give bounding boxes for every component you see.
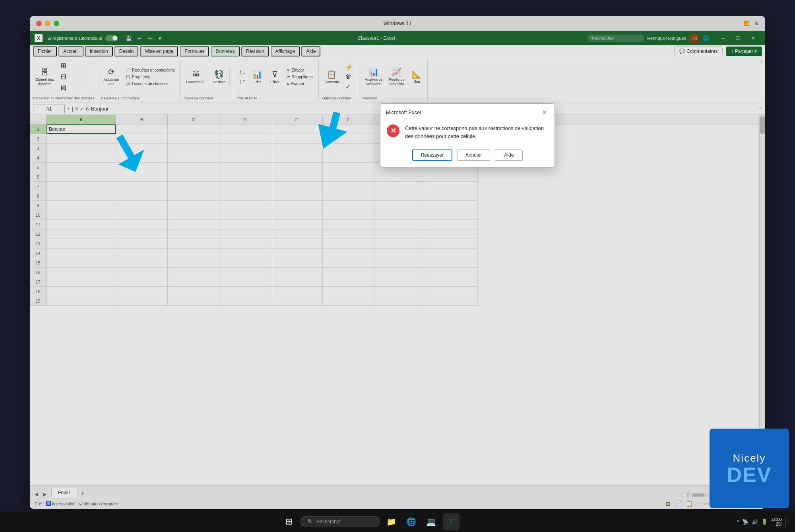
ribbon-btn-donnees-b[interactable]: 🏛 Données b... bbox=[184, 68, 209, 85]
col-header-e[interactable]: E bbox=[271, 115, 323, 124]
cell-e6[interactable] bbox=[271, 172, 323, 182]
cell-c18[interactable] bbox=[168, 287, 219, 296]
taskbar-excel-button[interactable]: X bbox=[443, 513, 460, 530]
cell-b9[interactable] bbox=[116, 201, 168, 210]
ribbon-btn-convertir[interactable]: 📋 Convertir bbox=[322, 68, 341, 85]
mac-maximize-button[interactable] bbox=[54, 21, 59, 26]
cell-d16[interactable] bbox=[219, 268, 271, 277]
cell-f13[interactable] bbox=[323, 239, 374, 249]
tab-nav-prev[interactable]: ◀ bbox=[33, 491, 40, 498]
cell-h16[interactable] bbox=[426, 268, 478, 277]
cell-a11[interactable] bbox=[47, 220, 116, 229]
cell-e13[interactable] bbox=[271, 239, 323, 249]
cell-d14[interactable] bbox=[219, 249, 271, 258]
cell-f2[interactable] bbox=[323, 134, 374, 144]
cell-e19[interactable] bbox=[271, 296, 323, 306]
cell-g16[interactable] bbox=[374, 268, 426, 277]
cell-f8[interactable] bbox=[323, 191, 374, 201]
restore-window-button[interactable]: ❐ bbox=[731, 32, 745, 44]
cell-f9[interactable] bbox=[323, 201, 374, 210]
cell-c9[interactable] bbox=[168, 201, 219, 210]
ribbon-btn-filtrer[interactable]: ⊽ Filtrer bbox=[267, 68, 283, 85]
cell-c8[interactable] bbox=[168, 191, 219, 201]
cell-d12[interactable] bbox=[219, 229, 271, 239]
cell-f7[interactable] bbox=[323, 182, 374, 191]
cell-c1[interactable] bbox=[168, 124, 219, 134]
cell-h17[interactable] bbox=[426, 277, 478, 287]
cell-a7[interactable] bbox=[47, 182, 116, 191]
ribbon-btn-reappliquer[interactable]: ⟳ Réappliquer bbox=[284, 74, 315, 80]
cell-b1[interactable] bbox=[116, 124, 168, 134]
cell-a2[interactable] bbox=[47, 134, 116, 144]
menu-mise-en-page[interactable]: Mise en page bbox=[140, 46, 178, 56]
cell-e4[interactable] bbox=[271, 153, 323, 163]
tab-more-icon[interactable]: ⋮ bbox=[680, 493, 684, 498]
ribbon-btn-devises[interactable]: 💱 Devises bbox=[210, 68, 228, 85]
mac-close-button[interactable] bbox=[36, 21, 42, 26]
cell-e10[interactable] bbox=[271, 210, 323, 220]
cell-c15[interactable] bbox=[168, 258, 219, 268]
cell-reference-input[interactable] bbox=[33, 105, 65, 113]
ribbon-btn-sm-2[interactable]: ⊟ bbox=[58, 72, 69, 82]
taskbar-terminal-button[interactable]: 💻 bbox=[423, 513, 440, 530]
cell-d9[interactable] bbox=[219, 201, 271, 210]
cell-c11[interactable] bbox=[168, 220, 219, 229]
ribbon-btn-feuille-prevision[interactable]: 📈 Feuille deprévision bbox=[386, 66, 407, 88]
cell-d1[interactable] bbox=[219, 124, 271, 134]
show-desktop-button[interactable]: | bbox=[785, 516, 789, 527]
cell-e8[interactable] bbox=[271, 191, 323, 201]
cell-d15[interactable] bbox=[219, 258, 271, 268]
cell-g6[interactable] bbox=[374, 172, 426, 182]
tab-nav-next[interactable]: ▶ bbox=[41, 491, 48, 498]
minimize-window-button[interactable]: ─ bbox=[716, 32, 730, 44]
cell-a1[interactable]: Bonjour bbox=[47, 124, 116, 134]
col-header-f[interactable]: F bbox=[323, 115, 374, 124]
ribbon-btn-sort-za[interactable]: ↓↑ bbox=[237, 77, 248, 86]
formula-cancel-icon[interactable]: ✕ bbox=[75, 106, 79, 112]
menu-formules[interactable]: Formules bbox=[180, 46, 209, 56]
cell-g18[interactable] bbox=[374, 287, 426, 296]
dialog-close-button[interactable]: ✕ bbox=[540, 108, 549, 116]
cell-a19[interactable] bbox=[47, 296, 116, 306]
cell-f3[interactable] bbox=[323, 144, 374, 153]
share-button[interactable]: ↑ Partager ▾ bbox=[726, 47, 762, 56]
col-header-b[interactable]: B bbox=[116, 115, 168, 124]
col-header-a[interactable]: A bbox=[47, 115, 116, 124]
cell-b14[interactable] bbox=[116, 249, 168, 258]
ribbon-btn-sm-1[interactable]: ⊞ bbox=[58, 60, 69, 71]
cell-h13[interactable] bbox=[426, 239, 478, 249]
cell-b6[interactable] bbox=[116, 172, 168, 182]
cell-f10[interactable] bbox=[323, 210, 374, 220]
cell-c16[interactable] bbox=[168, 268, 219, 277]
cell-d17[interactable] bbox=[219, 277, 271, 287]
ribbon-collapse[interactable]: ⌃ bbox=[758, 59, 765, 101]
cell-a13[interactable] bbox=[47, 239, 116, 249]
cell-h15[interactable] bbox=[426, 258, 478, 268]
cell-a17[interactable] bbox=[47, 277, 116, 287]
cell-f15[interactable] bbox=[323, 258, 374, 268]
cell-g13[interactable] bbox=[374, 239, 426, 249]
cell-d2[interactable] bbox=[219, 134, 271, 144]
taskbar-files-button[interactable]: 📁 bbox=[383, 513, 400, 530]
cell-b8[interactable] bbox=[116, 191, 168, 201]
cell-d8[interactable] bbox=[219, 191, 271, 201]
ribbon-btn-liaisons[interactable]: 🔗 Liaisons de classeur bbox=[123, 81, 177, 87]
cell-b12[interactable] bbox=[116, 229, 168, 239]
cell-b19[interactable] bbox=[116, 296, 168, 306]
zoom-out-button[interactable]: − bbox=[698, 501, 701, 507]
cell-h12[interactable] bbox=[426, 229, 478, 239]
cell-b3[interactable] bbox=[116, 144, 168, 153]
cell-h14[interactable] bbox=[426, 249, 478, 258]
normal-view-button[interactable]: ⊞ bbox=[664, 499, 673, 508]
cell-d18[interactable] bbox=[219, 287, 271, 296]
col-header-d[interactable]: D bbox=[219, 115, 271, 124]
cell-d10[interactable] bbox=[219, 210, 271, 220]
cancel-button[interactable]: Annuler bbox=[457, 150, 490, 161]
search-input[interactable] bbox=[588, 35, 644, 42]
cell-g9[interactable] bbox=[374, 201, 426, 210]
close-window-button[interactable]: ✕ bbox=[746, 32, 760, 44]
ribbon-btn-requetes[interactable]: 📄 Requêtes et connexions bbox=[123, 67, 177, 73]
cell-d19[interactable] bbox=[219, 296, 271, 306]
cell-b7[interactable] bbox=[116, 182, 168, 191]
save-icon[interactable]: 💾 bbox=[124, 34, 133, 43]
